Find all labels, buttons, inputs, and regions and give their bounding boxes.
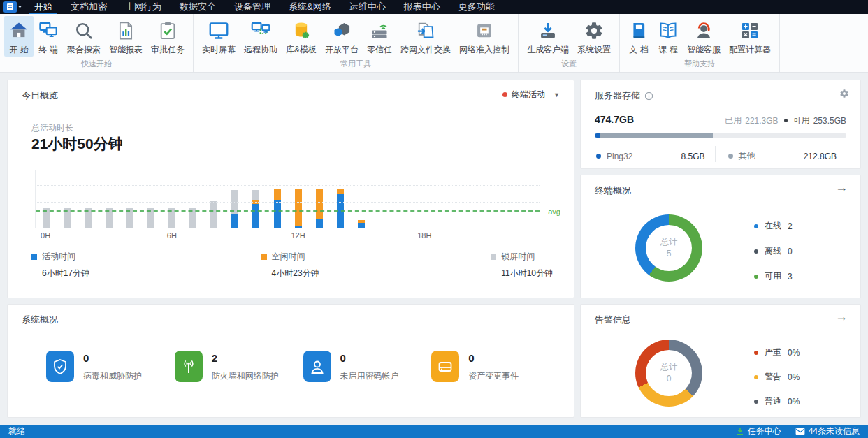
info-icon[interactable] <box>644 92 653 101</box>
alarm-donut-center-label: 总计 <box>660 361 677 373</box>
ribbon-item-label: 跨网文件交换 <box>400 44 451 56</box>
ribbon-item-远程协助[interactable]: 远程协助 <box>240 16 282 57</box>
unread-messages-label: 44条未读信息 <box>809 425 860 437</box>
ribbon-item-跨网文件交换[interactable]: 跨网文件交换 <box>396 16 455 57</box>
ribbon-item-label: 配置计算器 <box>729 44 771 56</box>
library-icon <box>291 18 312 43</box>
remote-icon <box>249 18 272 43</box>
storage-legend-Ping32: Ping328.5GB <box>595 146 715 162</box>
storage-usage-summary: 已用 221.3GB 可用 253.5GB <box>725 115 846 126</box>
ribbon-item-开放平台[interactable]: 开放平台 <box>321 16 363 57</box>
panel-terminal-status: 终端概况 → 总计 5 在线2离线0可用3 <box>580 175 861 298</box>
menu-tab-系统&网络[interactable]: 系统&网络 <box>280 0 340 14</box>
activity-bar-hour-10 <box>245 170 266 228</box>
alarm-donut-center-value: 0 <box>667 373 672 385</box>
ribbon-item-label: 课 程 <box>658 44 677 56</box>
menu-tab-报表中心[interactable]: 报表中心 <box>395 0 449 14</box>
ribbon-item-库&模板[interactable]: 库&模板 <box>282 16 321 57</box>
ribbon-item-生成客户端[interactable]: 生成客户端 <box>523 16 573 57</box>
app-logo-icon <box>3 1 22 13</box>
ribbon-item-label: 文 档 <box>629 44 648 56</box>
app-menu-button[interactable] <box>0 0 25 14</box>
ribbon-item-label: 开放平台 <box>325 44 359 56</box>
ribbon-item-label: 聚合搜索 <box>67 44 101 56</box>
storage-progress-bar <box>595 133 846 138</box>
service-icon <box>693 18 714 43</box>
ribbon-item-审批任务[interactable]: 审批任务 <box>147 16 189 57</box>
system-item-count: 0 <box>83 352 142 364</box>
alarm-info-more-arrow-icon[interactable]: → <box>835 310 848 323</box>
unread-messages-button[interactable]: 44条未读信息 <box>795 425 860 437</box>
menu-tab-文档加密[interactable]: 文档加密 <box>62 0 116 14</box>
system-overview-title: 系统概况 <box>22 314 58 326</box>
terminal-status-legend: 在线2离线0可用3 <box>754 220 793 282</box>
activity-bar-hour-0 <box>36 170 57 228</box>
ribbon-item-开始[interactable]: 开 始 <box>4 16 34 57</box>
dot-separator-icon <box>784 119 788 122</box>
x-tick-label: 0H <box>41 231 50 240</box>
system-item-count: 2 <box>212 352 279 364</box>
ribbon-item-课程[interactable]: 课 程 <box>653 16 683 57</box>
menu-tab-更多功能[interactable]: 更多功能 <box>449 0 504 14</box>
bar-segment-活动时间 <box>316 219 323 228</box>
platform-icon <box>331 18 352 43</box>
menu-tab-运维中心[interactable]: 运维中心 <box>340 0 395 14</box>
panel-alarm-info: 告警信息 → 总计 0 严重0%警告0%普通0% <box>580 304 861 418</box>
ribbon-item-配置计算器[interactable]: 配置计算器 <box>725 16 775 57</box>
activity-bar-hour-1 <box>57 170 78 228</box>
activity-bar-chart: avg <box>35 170 540 228</box>
storage-total: 474.7GB <box>595 114 634 125</box>
x-tick-label: 6H <box>167 231 177 240</box>
terminal-status-more-arrow-icon[interactable]: → <box>835 181 848 194</box>
activity-filter-dropdown[interactable]: 终端活动 ▼ <box>502 89 560 101</box>
legend-value: 0% <box>788 372 800 382</box>
activity-bar-hour-15 <box>351 170 372 228</box>
legend-value: 11小时10分钟 <box>501 268 553 279</box>
ribbon-item-智能报表[interactable]: 智能报表 <box>105 16 147 57</box>
ribbon-item-零信任[interactable]: 零信任 <box>363 16 396 57</box>
activity-bar-hour-2 <box>78 170 99 228</box>
ribbon-item-网络准入控制[interactable]: 网络准入控制 <box>455 16 514 57</box>
ribbon-item-label: 零信任 <box>367 44 392 56</box>
ribbon-item-实时屏幕[interactable]: 实时屏幕 <box>198 16 240 57</box>
user-icon <box>303 351 331 382</box>
menu-tab-数据安全[interactable]: 数据安全 <box>171 0 225 14</box>
menu-tab-设备管理[interactable]: 设备管理 <box>225 0 280 14</box>
alarm-donut-chart: 总计 0 <box>635 340 702 407</box>
ribbon-item-终端[interactable]: 终 端 <box>34 16 63 57</box>
ribbon-group-常用工具: 实时屏幕远程协助库&模板开放平台零信任跨网文件交换网络准入控制常用工具 <box>194 14 519 72</box>
legend-value: 0 <box>788 247 793 256</box>
system-item-label: 未启用密码帐户 <box>340 370 399 382</box>
storage-settings-button[interactable] <box>839 89 849 101</box>
storage-legend-其他: 其他212.8GB <box>715 146 847 162</box>
menu-tab-上网行为[interactable]: 上网行为 <box>116 0 171 14</box>
signal-icon <box>175 351 203 382</box>
legend-item-可用: 可用3 <box>754 270 793 282</box>
legend-item-普通: 普通0% <box>754 395 800 407</box>
legend-swatch <box>261 254 267 260</box>
ribbon-item-聚合搜索[interactable]: 聚合搜索 <box>63 16 105 57</box>
storage-segment-其他 <box>600 133 713 138</box>
menu-tab-开始[interactable]: 开始 <box>25 0 62 14</box>
activity-bar-hour-3 <box>99 170 120 228</box>
storage-free-value: 253.5GB <box>813 116 846 126</box>
storage-legend: Ping328.5GB其他212.8GB <box>595 146 846 162</box>
ribbon-item-智能客服[interactable]: 智能客服 <box>683 16 725 57</box>
task-center-button[interactable]: 任务中心 <box>736 425 781 437</box>
ribbon-item-系统设置[interactable]: 系统设置 <box>573 16 615 57</box>
ribbon-item-label: 生成客户端 <box>527 44 569 56</box>
report-icon <box>115 18 136 43</box>
bar-segment-活动时间 <box>295 226 302 228</box>
system-item-资产变更事件: 0资产变更事件 <box>431 351 560 382</box>
bar-segment-活动时间 <box>231 214 238 228</box>
home-icon <box>8 18 29 43</box>
legend-item-活动时间: 活动时间6小时17分钟 <box>31 251 89 279</box>
x-tick-label: 12H <box>291 231 305 240</box>
bar-segment-空闲时间 <box>295 189 302 226</box>
system-item-count: 0 <box>340 352 399 364</box>
dashboard: 今日概览 终端活动 ▼ 总活动时长 21小时50分钟 avg 0H6H12H18… <box>0 73 868 425</box>
storage-legend-value: 8.5GB <box>681 152 704 161</box>
ribbon-item-label: 系统设置 <box>577 44 611 56</box>
x-tick-label: 18H <box>417 231 431 240</box>
ribbon-item-文档[interactable]: 文 档 <box>624 16 653 57</box>
